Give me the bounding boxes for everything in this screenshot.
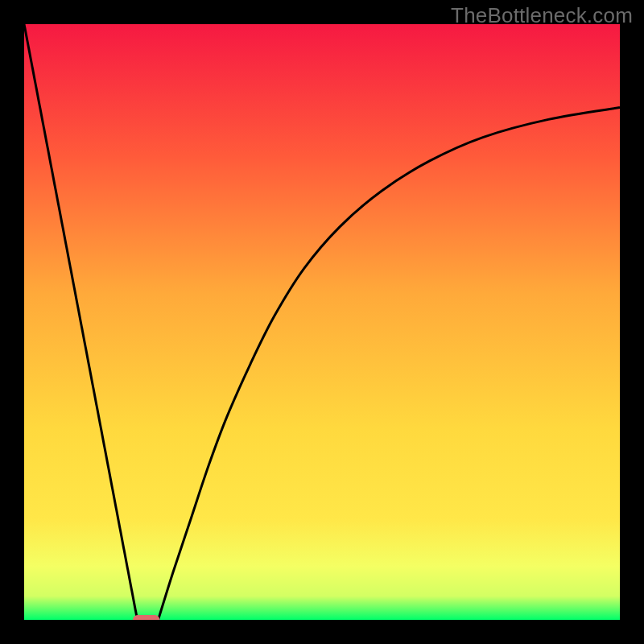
gradient-background: [24, 24, 620, 620]
watermark-text: TheBottleneck.com: [451, 3, 633, 28]
chart-svg: [24, 24, 620, 620]
min-marker: [133, 615, 159, 620]
chart-container: TheBottleneck.com: [0, 0, 644, 644]
plot-area: [24, 24, 620, 620]
